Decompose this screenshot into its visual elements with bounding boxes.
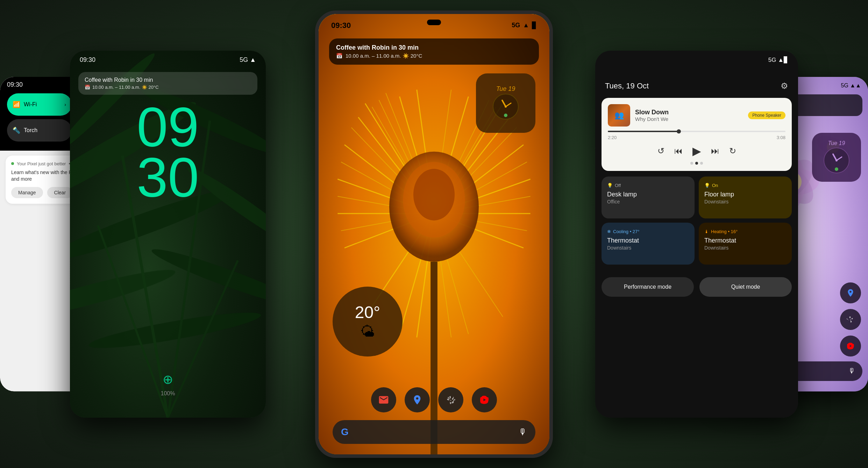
phone-lockscreen: 09:30 5G ▲ Coffee with Robin in 30 min 📅…: [70, 51, 266, 418]
previous-button[interactable]: ⏮: [674, 146, 683, 156]
wifi-icon: 📶: [13, 101, 20, 108]
progress-bar: [608, 131, 785, 132]
p5-microphone-icon[interactable]: 🎙: [848, 367, 855, 375]
calendar-icon: 📅: [85, 85, 90, 90]
album-art: 👥: [608, 104, 630, 127]
p3-notif-card: Coffee with Robin in 30 min 📅 10.00 a.m.…: [329, 38, 539, 65]
chevron-right-icon: ›: [64, 102, 66, 107]
music-artist: Why Don't We: [635, 116, 743, 122]
svg-point-56: [504, 114, 507, 117]
p2-min: 30: [70, 152, 266, 202]
next-button[interactable]: ⏭: [711, 146, 719, 156]
thermostat-cooling-tile[interactable]: ❄ Cooling • 27° Thermostat Downstairs: [602, 223, 695, 265]
desk-lamp-tile[interactable]: 💡 Off Desk lamp Office: [602, 177, 695, 218]
music-info: Slow Down Why Don't We: [635, 109, 743, 122]
p3-notif-title: Coffee with Robin in 30 min: [336, 44, 532, 51]
svg-point-73: [835, 159, 838, 161]
smart-home-grid: 💡 Off Desk lamp Office 💡 On Floor lamp D…: [595, 177, 798, 265]
p4-bottom-buttons: Performance mode Quiet mode: [595, 270, 798, 304]
p3-notif-sub: 📅 10.00 a.m. – 11.00 a.m. ☀️ 20°C: [336, 53, 532, 59]
page-dots: [608, 162, 785, 165]
youtube-icon[interactable]: [472, 387, 497, 412]
p3-signal-right: 5G ▲ ▊: [512, 22, 537, 29]
phone-4-screen: 5G ▲▊ Tues, 19 Oct ⚙ 👥 Slow Down Why Don…: [595, 51, 798, 418]
fan-icon[interactable]: [438, 387, 463, 412]
p5-fan-icon[interactable]: [840, 309, 861, 330]
p5-signal: 5G ▲▲: [841, 82, 861, 89]
p5-clock-face: [823, 146, 851, 174]
forward-button[interactable]: ↻: [729, 146, 736, 156]
thermostat-heating-name: Thermostat: [704, 237, 786, 244]
calendar-icon-p3: 📅: [336, 53, 343, 59]
p2-time: 09:30: [80, 56, 95, 64]
p2-notif-detail: 10.00 a.m. – 11.00 a.m. ☀️ 20°C: [92, 85, 159, 90]
settings-icon[interactable]: ⚙: [781, 81, 788, 91]
p2-bottom: ⊕ 100%: [70, 372, 266, 397]
play-button[interactable]: ▶: [692, 144, 701, 158]
floor-lamp-tile[interactable]: 💡 On Floor lamp Downstairs: [699, 177, 792, 218]
microphone-icon[interactable]: 🎙: [519, 427, 527, 437]
fingerprint-icon[interactable]: ⊕: [70, 372, 266, 387]
p2-notif-title: Coffee with Robin in 30 min: [85, 77, 251, 83]
p5-maps-icon[interactable]: [840, 282, 861, 303]
music-controls: ↺ ⏮ ▶ ⏭ ↻: [608, 144, 785, 158]
search-bar[interactable]: G 🎙: [333, 420, 535, 444]
p3-notif-detail: 10.00 a.m. – 11.00 a.m. ☀️ 20°C: [346, 53, 422, 59]
progress-dot: [677, 129, 681, 134]
wifi-tile[interactable]: 📶 Wi-Fi ›: [7, 93, 72, 116]
phone-smart-home: 5G ▲▊ Tues, 19 Oct ⚙ 👥 Slow Down Why Don…: [595, 51, 798, 418]
gmail-icon[interactable]: [371, 387, 396, 412]
cooling-icon: ❄: [607, 229, 611, 234]
phone-main: 09:30 5G ▲ ▊ Coffee with Robin in 30 min…: [315, 10, 553, 458]
clock-widget-label: Tue 19: [496, 85, 515, 93]
p4-signal: 5G ▲▊: [768, 56, 788, 64]
music-title: Slow Down: [635, 109, 743, 116]
replay-button[interactable]: ↺: [657, 146, 664, 156]
camera-cutout: [427, 20, 441, 25]
battery-icon: ▊: [532, 22, 537, 29]
p5-youtube-icon[interactable]: [840, 336, 861, 357]
p3-notification: Coffee with Robin in 30 min 📅 10.00 a.m.…: [329, 38, 539, 65]
quiet-mode-button[interactable]: Quiet mode: [699, 277, 792, 297]
p2-clock: 09 30: [70, 102, 266, 202]
weather-widget: 20° 🌤: [333, 287, 403, 357]
phone-2-screen: 09:30 5G ▲ Coffee with Robin in 30 min 📅…: [70, 51, 266, 418]
heating-icon: 🌡: [704, 229, 709, 234]
phones-container: 09:30 5 📶 Wi-Fi › ⬡ Bluetooth: [0, 0, 868, 468]
page-dot-2: [695, 162, 698, 165]
floor-lamp-name: Floor lamp: [704, 191, 786, 198]
manage-button[interactable]: Manage: [11, 187, 43, 198]
thermostat-cooling-location: Downstairs: [607, 245, 689, 251]
p2-status-bar: 09:30 5G ▲: [70, 51, 266, 69]
current-time: 2:20: [608, 135, 617, 140]
p2-notif-sub: 📅 10.00 a.m. – 11.00 a.m. ☀️ 20°C: [85, 85, 251, 90]
p5-dock: [840, 282, 861, 357]
notif-dot: [11, 162, 14, 165]
progress-fill: [608, 131, 679, 132]
desk-lamp-name: Desk lamp: [607, 191, 689, 198]
performance-mode-button[interactable]: Performance mode: [602, 277, 694, 297]
desk-lamp-status: 💡 Off: [607, 183, 689, 188]
desk-lamp-location: Office: [607, 199, 689, 204]
clock-face-svg: [492, 93, 520, 121]
clear-button[interactable]: Clear: [47, 187, 73, 198]
weather-temperature: 20°: [355, 303, 380, 322]
p2-hour: 09: [70, 102, 266, 152]
thermostat-cooling-name: Thermostat: [607, 237, 689, 244]
torch-label: Torch: [24, 127, 37, 134]
maps-icon[interactable]: [405, 387, 430, 412]
album-art-icon: 👥: [614, 111, 624, 120]
music-top: 👥 Slow Down Why Don't We Phone Speaker: [608, 104, 785, 127]
p2-battery: 100%: [70, 390, 266, 397]
clock-widget: Tue 19: [476, 73, 535, 133]
p3-status-bar: 09:30 5G ▲ ▊: [319, 14, 549, 37]
bulb-on-icon: 💡: [704, 183, 710, 188]
thermostat-cooling-status: ❄ Cooling • 27°: [607, 229, 689, 234]
status-time: 09:30: [7, 81, 23, 88]
thermostat-heating-tile[interactable]: 🌡 Heating • 16° Thermostat Downstairs: [699, 223, 792, 265]
p4-status-bar: 5G ▲▊: [595, 51, 798, 64]
floor-lamp-status: 💡 On: [704, 183, 786, 188]
app-dock: [371, 387, 497, 412]
notif-app: Your Pixel just got better: [17, 161, 66, 166]
torch-tile[interactable]: 🔦 Torch: [7, 119, 72, 142]
